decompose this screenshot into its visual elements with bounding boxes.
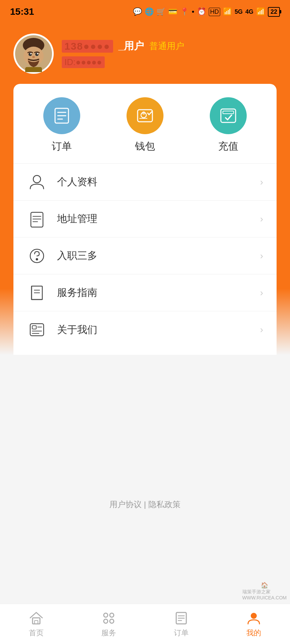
- wifi-icon: 📶: [223, 7, 232, 16]
- menu-item-address[interactable]: 地址管理 ›: [13, 201, 277, 237]
- avatar-svg: [15, 35, 52, 72]
- 4g-icon: 4G: [245, 8, 253, 15]
- header-background: 138●●●● _用户 普通用户 ID:●●●●● 订单: [0, 23, 290, 355]
- dot-icon: •: [192, 7, 194, 16]
- profile-suffix: _用户: [118, 39, 144, 53]
- question-icon: [27, 246, 47, 266]
- svg-point-25: [36, 258, 38, 260]
- svg-rect-30: [32, 326, 36, 329]
- watermark-icon: 🏠: [261, 582, 268, 589]
- svg-point-38: [104, 619, 108, 623]
- quick-panel: 订单 钱包: [13, 84, 277, 355]
- status-bar: 15:31 💬 🌐 🛒 💳 📍 • ⏰ HD 📶 5G 4G 📶 22: [0, 0, 290, 23]
- nav-orders[interactable]: 订单: [167, 607, 196, 641]
- address-chevron: ›: [260, 214, 263, 224]
- taobao-icon: 🛒: [156, 7, 165, 16]
- orders-nav-icon: [174, 610, 189, 626]
- mine-nav-label: 我的: [246, 628, 261, 638]
- svg-point-37: [110, 613, 114, 617]
- watermark: 🏠 瑞策手游之家WWW.RUICEA.COM: [242, 582, 287, 600]
- orders-icon: [52, 106, 72, 126]
- guide-menu-label: 服务指南: [57, 286, 260, 300]
- watermark-text: 瑞策手游之家WWW.RUICEA.COM: [242, 589, 287, 600]
- weibo-icon: 🌐: [145, 7, 154, 16]
- alarm-icon: ⏰: [197, 7, 206, 16]
- onboarding-chevron: ›: [260, 251, 263, 261]
- svg-point-3: [29, 53, 32, 56]
- svg-point-5: [30, 53, 32, 54]
- hd-icon: HD: [209, 8, 220, 16]
- orders-label: 订单: [52, 140, 72, 153]
- status-icons: 💬 🌐 🛒 💳 📍 • ⏰ HD 📶 5G 4G 📶 22: [133, 7, 280, 17]
- orders-icon-bg: [43, 97, 80, 134]
- 5g-icon: 5G: [235, 8, 243, 15]
- menu-list: 个人资料 › 地址管理 ›: [13, 164, 277, 348]
- guide-chevron: ›: [260, 287, 263, 298]
- signal-icon: 📶: [256, 7, 265, 16]
- bottom-nav: 首页 服务 订单 我的: [0, 604, 290, 644]
- nav-mine[interactable]: 我的: [239, 607, 268, 641]
- profile-name-masked: 138●●●●: [62, 40, 113, 53]
- wechat-icon: 💬: [133, 7, 142, 16]
- book-icon: [27, 283, 47, 303]
- maps-icon: 📍: [180, 7, 189, 16]
- profile-id-masked: ID:●●●●●: [62, 56, 105, 68]
- profile-info: 138●●●● _用户 普通用户 ID:●●●●●: [62, 39, 277, 68]
- about-chevron: ›: [260, 324, 263, 335]
- topup-icon: [218, 106, 238, 126]
- svg-point-39: [110, 619, 114, 623]
- quick-actions: 订单 钱包: [13, 97, 277, 164]
- profile-level: 普通用户: [149, 40, 184, 52]
- svg-point-19: [33, 175, 41, 183]
- wallet-icon: [135, 106, 155, 126]
- content-area: [0, 355, 290, 489]
- profile-name-row: 138●●●● _用户 普通用户: [62, 39, 277, 53]
- svg-rect-18: [223, 111, 234, 114]
- menu-item-onboarding[interactable]: 入职三多 ›: [13, 237, 277, 274]
- wallet-icon-bg: [127, 97, 163, 134]
- quick-action-topup[interactable]: 充值: [210, 97, 247, 153]
- svg-point-36: [104, 613, 108, 617]
- person-icon: [27, 172, 47, 192]
- svg-point-15: [142, 111, 145, 115]
- svg-rect-29: [30, 324, 44, 336]
- menu-item-profile[interactable]: 个人资料 ›: [13, 164, 277, 201]
- nav-services[interactable]: 服务: [94, 607, 123, 641]
- location-icon: [27, 209, 47, 229]
- topup-icon-bg: [210, 97, 247, 134]
- mine-icon: [246, 610, 261, 626]
- policy-text[interactable]: 用户协议 | 隐私政策: [109, 500, 181, 509]
- about-menu-label: 关于我们: [57, 323, 260, 337]
- home-icon: [29, 610, 44, 626]
- menu-item-guide[interactable]: 服务指南 ›: [13, 274, 277, 311]
- onboarding-menu-label: 入职三多: [57, 249, 260, 263]
- alipay-icon: 💳: [168, 7, 177, 16]
- about-icon: [27, 320, 47, 340]
- svg-point-4: [35, 53, 39, 56]
- topup-label: 充值: [218, 140, 238, 153]
- footer-policy: 用户协议 | 隐私政策: [0, 489, 290, 520]
- svg-point-7: [32, 56, 35, 58]
- avatar[interactable]: [13, 34, 54, 74]
- profile-menu-label: 个人资料: [57, 175, 260, 189]
- svg-rect-8: [25, 67, 42, 72]
- nav-home[interactable]: 首页: [22, 607, 51, 641]
- svg-rect-20: [31, 212, 43, 227]
- status-time: 15:31: [10, 6, 34, 17]
- svg-point-6: [37, 53, 38, 54]
- battery-icon: 22: [268, 7, 280, 17]
- quick-action-orders[interactable]: 订单: [43, 97, 80, 153]
- profile-row: 138●●●● _用户 普通用户 ID:●●●●●: [13, 34, 277, 84]
- orders-nav-label: 订单: [174, 628, 189, 638]
- wallet-label: 钱包: [135, 140, 155, 153]
- quick-action-wallet[interactable]: 钱包: [127, 97, 163, 153]
- menu-item-about[interactable]: 关于我们 ›: [13, 311, 277, 348]
- profile-chevron: ›: [260, 177, 263, 187]
- svg-point-44: [251, 613, 257, 619]
- home-nav-label: 首页: [29, 628, 44, 638]
- services-nav-label: 服务: [101, 628, 116, 638]
- svg-rect-13: [138, 110, 152, 122]
- address-menu-label: 地址管理: [57, 212, 260, 226]
- services-icon: [101, 610, 116, 626]
